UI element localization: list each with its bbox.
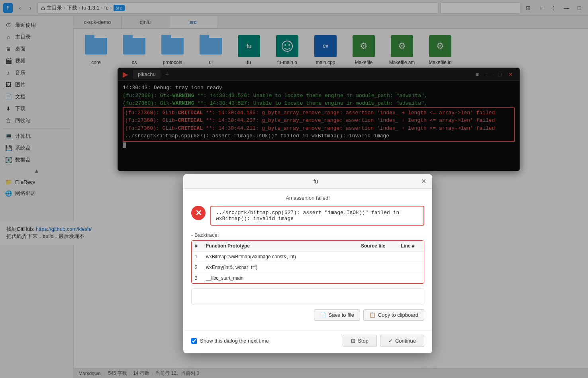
backtrace-col-func: Function Prototype (206, 243, 361, 249)
modal-dialog: fu ✕ An assertion failed! ✕ ../src/gtk/b… (183, 174, 432, 353)
modal-backtrace-table: # Function Prototype Source file Line # … (191, 240, 424, 284)
modal-close-button[interactable]: ✕ (419, 177, 427, 185)
modal-error-box: ../src/gtk/bitmap.cpp(627): assert "imag… (210, 206, 424, 226)
modal-title: fu (212, 178, 419, 185)
modal-actions: 📄 Save to file 📋 Copy to clipboard (191, 309, 424, 321)
save-to-file-button[interactable]: 📄 Save to file (314, 309, 360, 321)
backtrace-source-2 (361, 265, 401, 270)
show-dialog-label: Show this dialog the next time (200, 338, 339, 344)
save-icon: 📄 (320, 312, 326, 318)
checkmark-icon: ✓ (388, 338, 393, 344)
copy-label: Copy to clipboard (378, 312, 418, 318)
backtrace-num-3: 3 (195, 275, 206, 281)
show-dialog-checkbox[interactable] (191, 338, 197, 344)
backtrace-col-line: Line # (401, 243, 421, 249)
backtrace-line-3 (401, 275, 421, 281)
backtrace-source-3 (361, 275, 401, 281)
backtrace-func-3: __libc_start_main (206, 275, 361, 281)
modal-error-icon: ✕ (191, 206, 206, 220)
copy-icon: 📋 (369, 312, 376, 318)
backtrace-row-2: 2 wxEntry(int&, wchar_t**) (192, 262, 424, 273)
modal-assertion-row: ✕ ../src/gtk/bitmap.cpp(627): assert "im… (191, 206, 424, 226)
backtrace-num-2: 2 (195, 265, 206, 270)
backtrace-num-1: 1 (195, 254, 206, 259)
save-label: Save to file (329, 312, 354, 318)
stop-label: Stop (358, 338, 368, 344)
modal-backtrace-label: - Backtrace: (191, 232, 424, 238)
stop-icon: ⊞ (351, 338, 355, 344)
backtrace-row-1: 1 wxBitmap::wxBitmap(wxImage const&, int… (192, 251, 424, 262)
backtrace-row-3: 3 __libc_start_main (192, 273, 424, 283)
modal-assertion-title: An assertion failed! (191, 195, 424, 201)
stop-button[interactable]: ⊞ Stop (343, 335, 377, 347)
modal-titlebar: fu ✕ (183, 174, 432, 189)
backtrace-line-2 (401, 265, 421, 270)
backtrace-line-1 (401, 254, 421, 259)
modal-notes-area[interactable] (191, 288, 424, 304)
backtrace-col-source: Source file (361, 243, 401, 249)
backtrace-header: # Function Prototype Source file Line # (192, 241, 424, 251)
modal-footer: Show this dialog the next time ⊞ Stop ✓ … (183, 330, 432, 353)
backtrace-func-1: wxBitmap::wxBitmap(wxImage const&, int) (206, 254, 361, 259)
backtrace-func-2: wxEntry(int&, wchar_t**) (206, 265, 361, 270)
backtrace-col-num: # (195, 243, 206, 249)
continue-button[interactable]: ✓ Continue (380, 335, 424, 347)
copy-to-clipboard-button[interactable]: 📋 Copy to clipboard (363, 309, 424, 321)
backtrace-source-1 (361, 254, 401, 259)
continue-label: Continue (395, 338, 416, 344)
modal-body: An assertion failed! ✕ ../src/gtk/bitmap… (183, 189, 432, 330)
